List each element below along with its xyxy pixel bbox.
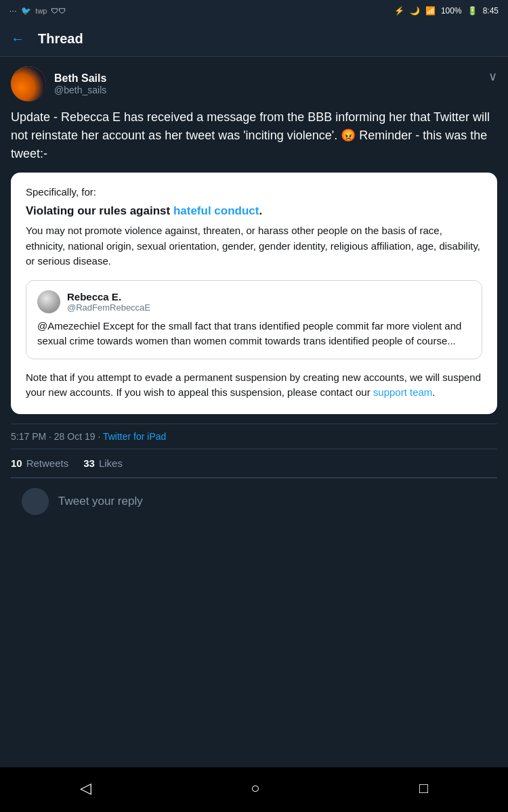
stats-row: 10 Retweets 33 Likes (11, 449, 497, 478)
recents-nav-button[interactable]: □ (406, 775, 442, 801)
note-suffix: . (432, 386, 435, 398)
thread-header: ← Thread (0, 22, 508, 57)
likes-label: Likes (99, 457, 123, 469)
status-bar-right: ⚡ 🌙 📶 100% 🔋 8:45 (394, 6, 499, 16)
user-info: Beth Sails @beth_sails (11, 66, 106, 102)
status-bar: ··· 🐦 twp 🛡🛡 ⚡ 🌙 📶 100% 🔋 8:45 (0, 0, 508, 22)
support-team-link[interactable]: support team (373, 386, 433, 398)
home-nav-button[interactable]: ○ (237, 775, 273, 801)
retweet-label: Retweets (26, 457, 69, 469)
back-nav-button[interactable]: ◁ (66, 775, 105, 801)
quoted-card: Specifically, for: Violating our rules a… (11, 173, 497, 414)
likes-count: 33 (83, 457, 95, 469)
status-bar-left: ··· 🐦 twp 🛡🛡 (9, 6, 66, 16)
specifically-text: Specifically, for: (26, 186, 482, 198)
tweet-container: Beth Sails @beth_sails ∨ Update - Rebecc… (0, 57, 508, 524)
time-display: 8:45 (483, 6, 499, 16)
hateful-conduct-link[interactable]: hateful conduct (173, 204, 259, 217)
reply-avatar (22, 488, 49, 515)
tweet-date: 28 Oct 19 (54, 431, 96, 442)
inner-avatar (37, 290, 60, 313)
user-handle: @beth_sails (54, 85, 106, 95)
inner-quote-text: @Amezechiel Except for the small fact th… (37, 319, 471, 349)
battery-icon: 🔋 (467, 6, 478, 16)
violation-prefix: Violating our rules against (26, 204, 173, 217)
bluetooth-icon: ⚡ (394, 6, 404, 16)
inner-quote-header: Rebecca E. @RadFemRebeccaE (37, 290, 471, 313)
reply-input[interactable]: Tweet your reply (58, 495, 143, 508)
tweet-source[interactable]: Twitter for iPad (103, 431, 166, 442)
back-button[interactable]: ← (11, 31, 24, 47)
wifi-icon: 📶 (425, 6, 436, 16)
inner-quote: Rebecca E. @RadFemRebeccaE @Amezechiel E… (26, 280, 482, 359)
twitter-status-icon: 🐦 (21, 6, 31, 16)
violation-title: Violating our rules against hateful cond… (26, 204, 482, 218)
note-text: Note that if you attempt to evade a perm… (26, 370, 482, 401)
shield-icons: 🛡🛡 (51, 7, 66, 15)
moon-icon: 🌙 (410, 6, 420, 16)
display-name: Beth Sails (54, 72, 106, 85)
bottom-nav: ◁ ○ □ (0, 767, 508, 812)
inner-handle: @RadFemRebeccaE (67, 302, 150, 313)
chevron-down-icon[interactable]: ∨ (488, 69, 497, 84)
battery-text: 100% (441, 6, 462, 16)
user-names: Beth Sails @beth_sails (54, 72, 106, 95)
inner-user-names: Rebecca E. @RadFemRebeccaE (67, 291, 150, 313)
tweet-text: Update - Rebecca E has received a messag… (11, 108, 497, 163)
signal-dots: ··· (9, 7, 17, 15)
inner-display-name: Rebecca E. (67, 291, 150, 302)
tweet-metadata: 5:17 PM · 28 Oct 19 · Twitter for iPad (11, 424, 497, 449)
metadata-separator-2: · (98, 431, 103, 442)
metadata-separator-1: · (49, 431, 54, 442)
tweet-time: 5:17 PM (11, 431, 46, 442)
retweet-count: 10 (11, 457, 22, 469)
twp-icon: twp (35, 7, 47, 15)
avatar (11, 66, 46, 102)
violation-suffix: . (259, 204, 262, 217)
header-title: Thread (38, 31, 83, 47)
violation-body: You may not promote violence against, th… (26, 223, 482, 269)
reply-row[interactable]: Tweet your reply (11, 478, 497, 524)
user-row: Beth Sails @beth_sails ∨ (11, 66, 497, 102)
